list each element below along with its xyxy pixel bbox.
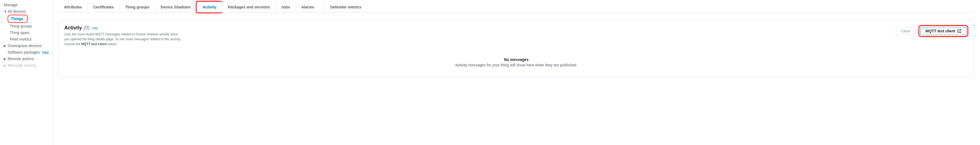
tab-attributes[interactable]: Attributes [59,2,88,13]
tab-device-shadows[interactable]: Device Shadows [155,2,197,13]
caret-right-icon: ▶ [4,57,6,61]
sidebar-item-all-devices[interactable]: ▼ All devices [2,8,52,15]
tab-alarms[interactable]: Alarms [296,2,320,13]
panel-description: Lists the most recent MQTT messages rela… [64,32,181,46]
empty-state-description: Activity messages for your thing will sh… [64,63,968,67]
tabs: Attributes Certificates Thing groups Dev… [59,2,974,13]
panel-count: (0) [84,25,89,31]
sidebar-link-thing-types[interactable]: Thing types [9,29,52,36]
info-link[interactable]: Info [92,26,98,30]
sidebar-link-thing-groups[interactable]: Thing groups [9,23,52,29]
sidebar-item-label: Remote actions [8,57,34,61]
clear-button[interactable]: Clear [896,27,916,35]
sidebar-item-software-packages[interactable]: Software packages New [2,49,52,56]
caret-right-icon: ▶ [4,64,6,67]
sidebar-link-fleet-metrics[interactable]: Fleet metrics [9,36,52,43]
new-badge: New [42,50,49,54]
tab-defender-metrics[interactable]: Defender metrics [325,2,367,13]
external-link-icon [958,29,961,33]
sidebar-section-manage: Manage [2,2,52,8]
activity-panel: Activity (0) Info Lists the most recent … [59,20,974,77]
tab-activity[interactable]: Activity [196,1,223,13]
sidebar-link-things[interactable]: Things [10,16,24,22]
sidebar-item-remote-actions[interactable]: ▶ Remote actions [2,56,52,62]
sidebar: Manage ▼ All devices Things Thing groups… [0,0,52,145]
panel-title: Activity [64,25,82,31]
caret-right-icon: ▶ [4,44,6,48]
tab-jobs[interactable]: Jobs [276,2,296,13]
empty-state-title: No messages [64,57,968,62]
sidebar-item-label: Message routing [8,63,36,67]
tab-thing-groups[interactable]: Thing groups [119,2,155,13]
sidebar-item-message-routing[interactable]: ▶ Message routing [2,62,52,69]
highlight-mqtt-button: MQTT test client [918,25,968,37]
tab-certificates[interactable]: Certificates [88,2,119,13]
sidebar-item-greengrass[interactable]: ▶ Greengrass devices [2,43,52,49]
sidebar-item-label: All devices [8,9,26,14]
tab-packages-versions[interactable]: Packages and versions [223,2,276,13]
highlight-things: Things [8,15,28,23]
mqtt-test-client-button[interactable]: MQTT test client [920,27,966,35]
main-content: Attributes Certificates Thing groups Dev… [52,0,980,145]
mqtt-button-label: MQTT test client [926,29,955,33]
sidebar-item-label: Greengrass devices [8,43,42,48]
caret-down-icon: ▼ [4,10,6,13]
sidebar-item-label: Software packages [8,50,40,54]
